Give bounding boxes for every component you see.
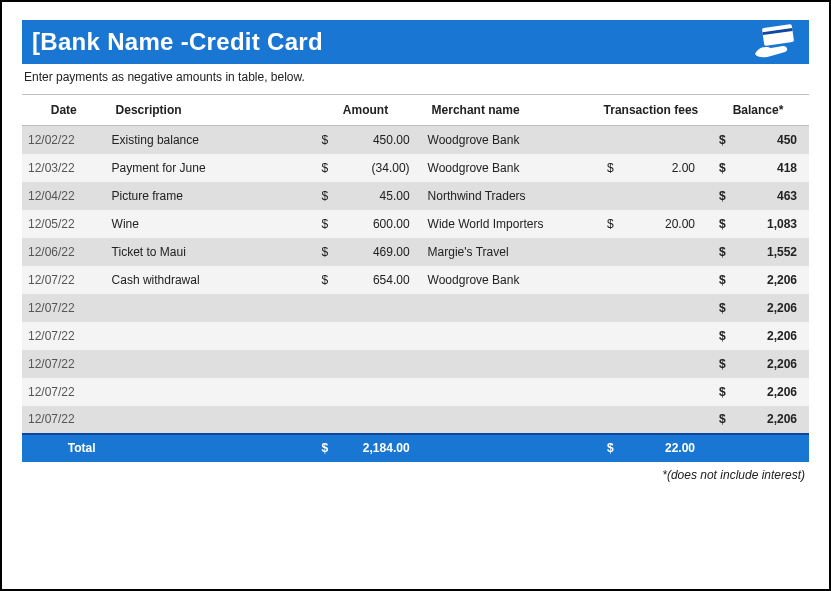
cell-bal: $463 [707, 182, 809, 210]
cell-desc: Picture frame [106, 182, 310, 210]
money-value: 2,206 [767, 301, 797, 315]
table-row: 12/04/22Picture frame$45.00Northwind Tra… [22, 182, 809, 210]
cell-desc: Existing balance [106, 126, 310, 154]
currency-symbol: $ [719, 189, 726, 203]
currency-symbol: $ [607, 161, 614, 175]
instructions-text: Enter payments as negative amounts in ta… [22, 64, 809, 94]
cell-amt [309, 322, 421, 350]
table-body: 12/02/22Existing balance$450.00Woodgrove… [22, 126, 809, 434]
cell-merch: Woodgrove Bank [422, 126, 595, 154]
money-value: 2,206 [767, 385, 797, 399]
cell-bal: $418 [707, 154, 809, 182]
cell-desc [106, 378, 310, 406]
currency-symbol: $ [719, 273, 726, 287]
money-value: 2,206 [767, 412, 797, 426]
cell-date: 12/07/22 [22, 378, 106, 406]
cell-merch: Wide World Importers [422, 210, 595, 238]
totals-empty-desc [106, 434, 310, 462]
cell-amt [309, 406, 421, 434]
col-header-fees: Transaction fees [595, 95, 707, 126]
cell-bal: $2,206 [707, 350, 809, 378]
cell-merch [422, 350, 595, 378]
currency-symbol: $ [321, 189, 328, 203]
currency-symbol: $ [607, 217, 614, 231]
table-row: 12/07/22$2,206 [22, 322, 809, 350]
currency-symbol: $ [321, 245, 328, 259]
money-value: 20.00 [665, 217, 695, 231]
cell-date: 12/03/22 [22, 154, 106, 182]
cell-date: 12/07/22 [22, 322, 106, 350]
table-row: 12/07/22$2,206 [22, 406, 809, 434]
cell-merch [422, 378, 595, 406]
currency-symbol: $ [719, 357, 726, 371]
money-value: 2,206 [767, 329, 797, 343]
transactions-table: Date Description Amount Merchant name Tr… [22, 94, 809, 462]
cell-merch: Woodgrove Bank [422, 154, 595, 182]
cell-merch [422, 406, 595, 434]
table-row: 12/03/22Payment for June$(34.00)Woodgrov… [22, 154, 809, 182]
cell-fees [595, 238, 707, 266]
table-row: 12/07/22$2,206 [22, 378, 809, 406]
cell-desc: Wine [106, 210, 310, 238]
cell-bal: $450 [707, 126, 809, 154]
money-value: 1,552 [767, 245, 797, 259]
cell-fees [595, 266, 707, 294]
cell-fees [595, 294, 707, 322]
cell-merch: Northwind Traders [422, 182, 595, 210]
cell-bal: $2,206 [707, 378, 809, 406]
col-header-balance: Balance* [707, 95, 809, 126]
cell-fees [595, 322, 707, 350]
table-row: 12/07/22Cash withdrawal$654.00Woodgrove … [22, 266, 809, 294]
cell-amt [309, 350, 421, 378]
cell-fees [595, 126, 707, 154]
currency-symbol: $ [719, 329, 726, 343]
totals-label: Total [22, 434, 106, 462]
cell-bal: $2,206 [707, 266, 809, 294]
cell-fees [595, 350, 707, 378]
money-value: 2,206 [767, 357, 797, 371]
cell-date: 12/07/22 [22, 350, 106, 378]
cell-desc [106, 350, 310, 378]
table-row: 12/05/22Wine$600.00Wide World Importers$… [22, 210, 809, 238]
header-title: [Bank Name -Credit Card [32, 28, 323, 56]
money-value: 654.00 [373, 273, 410, 287]
cell-desc [106, 294, 310, 322]
table-row: 12/07/22$2,206 [22, 294, 809, 322]
cell-date: 12/07/22 [22, 294, 106, 322]
money-value: 45.00 [380, 189, 410, 203]
currency-symbol: $ [321, 217, 328, 231]
cell-amt [309, 294, 421, 322]
money-value: (34.00) [372, 161, 410, 175]
col-header-amount: Amount [309, 95, 421, 126]
money-value: 450 [777, 133, 797, 147]
cell-date: 12/06/22 [22, 238, 106, 266]
currency-symbol: $ [719, 301, 726, 315]
cell-amt: $45.00 [309, 182, 421, 210]
cell-bal: $2,206 [707, 322, 809, 350]
cell-merch: Woodgrove Bank [422, 266, 595, 294]
col-header-date: Date [22, 95, 106, 126]
totals-fees: $ 22.00 [595, 434, 707, 462]
cell-desc [106, 322, 310, 350]
cell-date: 12/07/22 [22, 406, 106, 434]
header-bar: [Bank Name -Credit Card [22, 20, 809, 64]
table-row: 12/07/22$2,206 [22, 350, 809, 378]
money-value: 418 [777, 161, 797, 175]
currency-symbol: $ [607, 441, 614, 455]
totals-fees-value: 22.00 [665, 441, 695, 455]
cell-desc: Payment for June [106, 154, 310, 182]
cell-date: 12/07/22 [22, 266, 106, 294]
totals-row: Total $ 2,184.00 $ 22.00 [22, 434, 809, 462]
cell-bal: $2,206 [707, 406, 809, 434]
cell-date: 12/05/22 [22, 210, 106, 238]
svg-rect-0 [762, 24, 794, 46]
table-row: 12/06/22Ticket to Maui$469.00Margie's Tr… [22, 238, 809, 266]
cell-bal: $2,206 [707, 294, 809, 322]
cell-amt: $450.00 [309, 126, 421, 154]
col-header-description: Description [106, 95, 310, 126]
cell-merch [422, 294, 595, 322]
footnote: *(does not include interest) [22, 462, 809, 482]
cell-bal: $1,083 [707, 210, 809, 238]
cell-bal: $1,552 [707, 238, 809, 266]
currency-symbol: $ [321, 133, 328, 147]
